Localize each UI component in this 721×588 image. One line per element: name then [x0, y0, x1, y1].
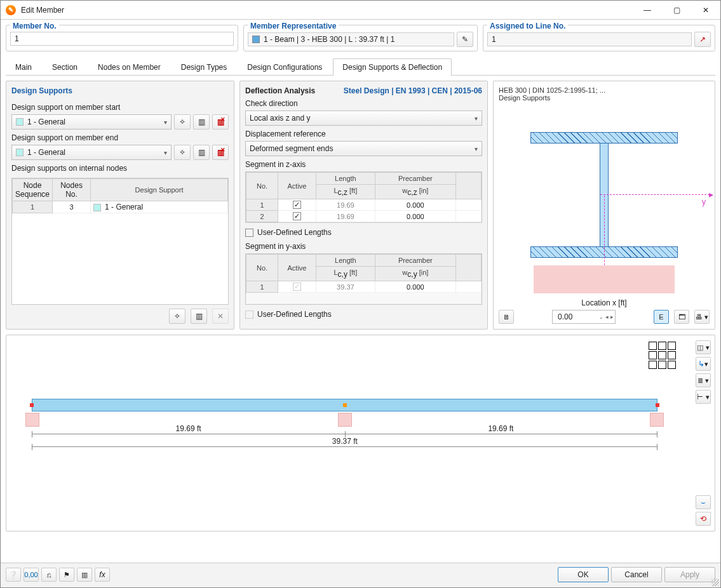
check-direction-select[interactable]: Local axis z and y ▾ [245, 110, 482, 126]
view-cube-icon[interactable] [649, 342, 677, 370]
view-dimension-button[interactable]: ⊢ ▾ [696, 390, 711, 404]
support-start-select[interactable]: 1 - General ▾ [11, 114, 172, 130]
active-checkbox-disabled [293, 283, 301, 291]
delete-support-start-button[interactable]: ▥ [212, 114, 229, 130]
member-representative-label: Member Representative [248, 22, 339, 30]
section-preview: HEB 300 | DIN 1025-2:1995-11; ... Design… [493, 81, 715, 330]
i-section-drawing: y z [499, 107, 710, 295]
tab-section[interactable]: Section [43, 58, 87, 76]
table-row[interactable]: 1 19.69 0.000 [246, 199, 482, 211]
member-axes-button[interactable]: ⎌ [41, 568, 57, 582]
tab-nodes-on-member[interactable]: Nodes on Member [88, 58, 170, 76]
help-button[interactable]: ❔ [6, 568, 21, 582]
ok-button[interactable]: OK [558, 567, 609, 582]
window-title: Edit Member [21, 6, 633, 15]
internal-nodes-grid[interactable]: Node Sequence NodesNo. Design Support 1 … [11, 178, 229, 305]
edit-representative-button[interactable]: ✎ [457, 32, 473, 47]
checkbox-icon [245, 229, 253, 237]
location-spinner[interactable]: 0.00 ⌄ ◂ ▸ [552, 310, 616, 324]
tab-design-supports-deflection[interactable]: Design Supports & Deflection [333, 58, 452, 76]
user-defined-lengths-y-checkbox: User-Defined Lengths [245, 310, 482, 319]
support-end-label: Design support on member end [11, 133, 229, 142]
member-representative-value[interactable]: 1 - Beam | 3 - HEB 300 | L : 39.37 ft | … [248, 32, 454, 46]
new-support-end-button[interactable]: ✧ [174, 145, 191, 160]
design-supports-title: Design Supports [11, 86, 229, 95]
table-row[interactable]: 2 19.69 0.000 [246, 211, 482, 222]
delete-internal-support-button[interactable]: ✕ [212, 309, 229, 324]
print-button[interactable]: 🖶 ▾ [694, 310, 710, 324]
active-checkbox[interactable] [293, 201, 301, 209]
segment-z-label: Segment in z-axis [245, 160, 482, 169]
apply-button: Apply [664, 567, 715, 582]
internal-nodes-label: Design supports on internal nodes [11, 164, 229, 173]
user-defined-lengths-z-checkbox[interactable]: User-Defined Lengths [245, 228, 482, 237]
minimize-button[interactable]: — [633, 1, 662, 20]
tab-main[interactable]: Main [6, 58, 41, 76]
member-no-input[interactable]: 1 [10, 32, 234, 46]
new-internal-support-button[interactable]: ✧ [169, 309, 185, 324]
segment-y-label: Segment in y-axis [245, 242, 482, 251]
preview-subtitle: Design Supports [499, 94, 710, 102]
chevron-down-icon: ▾ [164, 119, 167, 126]
beam-color-swatch [252, 36, 260, 43]
delete-support-end-button[interactable]: ▥ [212, 145, 229, 160]
chevron-down-icon: ▾ [164, 149, 167, 156]
displacement-reference-label: Displacement reference [245, 130, 482, 138]
assigned-line-group: Assigned to Line No. 1 ↗ [483, 25, 715, 51]
table-row[interactable]: 1 3 1 - General [13, 201, 228, 213]
content-row: Design Supports Design support on member… [1, 76, 720, 335]
section-info-button[interactable]: 🗎 [499, 310, 514, 324]
displacement-reference-select[interactable]: Deformed segment ends ▾ [245, 141, 482, 156]
support-start-label: Design support on member start [11, 103, 229, 112]
chevron-down-icon: ▾ [475, 115, 478, 122]
close-button[interactable]: ✕ [691, 1, 720, 20]
print-preview-button[interactable]: 🗔 [674, 310, 689, 324]
library-support-start-button[interactable]: ▥ [193, 114, 210, 130]
design-standard-label: Steel Design | EN 1993 | CEN | 2015-06 [344, 86, 482, 95]
view-3d-button[interactable]: ◫ ▾ [696, 340, 711, 354]
checkbox-icon [245, 311, 253, 319]
resize-grip[interactable] [711, 578, 719, 586]
titlebar: ✎ Edit Member — ▢ ✕ [1, 1, 720, 20]
location-label: Location x [ft] [499, 298, 710, 307]
beam-drawing: 19.69 ft 19.69 ft 39.37 ft [19, 399, 670, 499]
check-direction-label: Check direction [245, 99, 482, 108]
reset-view-button[interactable]: ⟲ [696, 512, 711, 526]
tab-bar: Main Section Nodes on Member Design Type… [6, 58, 715, 76]
member-representative-group: Member Representative 1 - Beam | 3 - HEB… [243, 25, 478, 51]
member-no-label: Member No. [10, 22, 59, 30]
support-end-select[interactable]: 1 - General ▾ [11, 145, 172, 160]
tab-design-configurations[interactable]: Design Configurations [238, 58, 332, 76]
member-view[interactable]: ◫ ▾ ↳ ▾ ≣ ▾ ⊢ ▾ ⌣ ⟲ 19.69 ft 19.69 ft [6, 335, 715, 531]
member-no-group: Member No. 1 [6, 25, 238, 51]
active-checkbox[interactable] [293, 212, 301, 220]
library-support-end-button[interactable]: ▥ [193, 145, 210, 160]
library-internal-support-button[interactable]: ▥ [191, 309, 207, 324]
flag-button[interactable]: ⚑ [59, 568, 74, 582]
view-layers-button[interactable]: ≣ ▾ [696, 373, 711, 387]
formula-button[interactable]: fx [95, 568, 110, 582]
deflection-panel: Deflection Analysis Steel Design | EN 19… [239, 81, 488, 330]
assigned-line-label: Assigned to Line No. [487, 22, 568, 30]
cancel-button[interactable]: Cancel [611, 567, 662, 582]
table-row[interactable]: 1 39.37 0.000 [246, 281, 482, 293]
chevron-down-icon: ▾ [475, 145, 478, 152]
header-row: Member No. 1 Member Representative 1 - B… [1, 20, 720, 51]
new-support-start-button[interactable]: ✧ [174, 114, 191, 130]
assigned-line-value[interactable]: 1 [487, 32, 692, 46]
segment-z-grid[interactable]: No. Active Length Precamber Lc,z [ft] wc… [245, 171, 482, 223]
view-axes-button[interactable]: ↳ ▾ [696, 357, 711, 371]
tab-design-types[interactable]: Design Types [172, 58, 237, 76]
units-button[interactable]: 0,00 [24, 568, 39, 582]
edit-member-window: ✎ Edit Member — ▢ ✕ Member No. 1 Member … [0, 0, 721, 588]
deflection-shape-button[interactable]: ⌣ [696, 495, 711, 509]
general-swatch-icon [16, 149, 24, 156]
show-values-button[interactable]: E [654, 310, 669, 324]
highlight-button[interactable]: ▥ [77, 568, 92, 582]
section-name-label: HEB 300 | DIN 1025-2:1995-11; ... [499, 86, 710, 94]
maximize-button[interactable]: ▢ [662, 1, 691, 20]
pick-line-button[interactable]: ↗ [694, 32, 711, 47]
app-icon: ✎ [6, 5, 16, 15]
deflection-title: Deflection Analysis Steel Design | EN 19… [245, 86, 482, 95]
segment-y-grid[interactable]: No. Active Length Precamber Lc,y [ft] wc… [245, 253, 482, 305]
